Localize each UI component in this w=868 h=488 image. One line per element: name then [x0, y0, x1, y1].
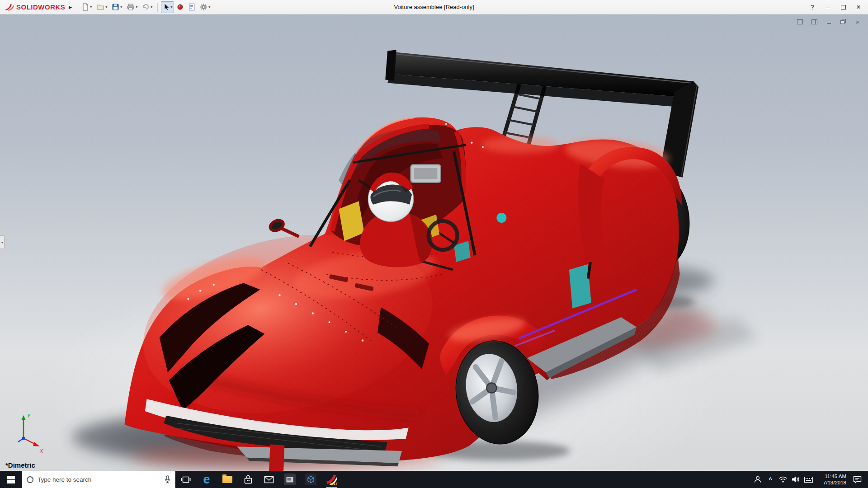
system-tray: ^ — [751, 471, 868, 488]
toolbar-separator — [77, 3, 77, 12]
doc-minimize-button[interactable] — [825, 18, 833, 25]
cortana-icon — [27, 476, 33, 483]
search-input[interactable] — [38, 476, 160, 483]
x-axis-label: X — [39, 448, 43, 454]
view-orientation-label: *Dimetric — [5, 461, 35, 469]
side-mirror — [280, 228, 299, 237]
open-folder-icon — [96, 3, 104, 11]
windows-taskbar: e — [0, 471, 868, 488]
select-tool-button[interactable]: ▾ — [161, 1, 174, 13]
solidworks-window: SOLIDWORKS ▶ ▾ ▾ — [0, 0, 868, 488]
brand-name: SOLIDWORKS — [16, 3, 65, 11]
solidworks-app-icon: 2017 — [326, 474, 338, 486]
start-button[interactable] — [0, 471, 22, 488]
toolbar-separator — [157, 3, 158, 12]
doc-restore-button[interactable] — [839, 18, 847, 25]
taskbar-app-edge[interactable]: e — [196, 471, 217, 488]
volume-button[interactable] — [789, 471, 802, 488]
report-sheet-icon — [188, 3, 195, 11]
print-button[interactable]: ▾ — [125, 1, 139, 13]
clock-time: 11:45 AM — [825, 473, 846, 479]
save-button[interactable]: ▾ — [110, 1, 124, 13]
taskbar-clock[interactable]: 11:45 AM 7/13/2018 — [815, 471, 848, 488]
dropdown-caret[interactable]: ▾ — [105, 5, 107, 9]
graphics-viewport[interactable]: × ◄ Y X *Dimetric — [0, 14, 868, 471]
microphone-icon[interactable] — [165, 475, 170, 483]
dropdown-caret[interactable]: ▾ — [208, 5, 210, 9]
help-button[interactable]: ? — [805, 0, 820, 14]
taskbar-app-cad-viewer[interactable] — [300, 471, 321, 488]
undo-button[interactable]: ▾ — [140, 1, 154, 13]
window-title: Voiture assemblee [Read-only] — [394, 4, 474, 10]
new-document-icon — [81, 3, 89, 11]
taskbar-app-file-explorer[interactable] — [217, 471, 238, 488]
dropdown-caret[interactable]: ▾ — [151, 5, 152, 9]
dropdown-caret[interactable]: ▾ — [170, 5, 172, 9]
orientation-triad: Y X — [8, 410, 47, 455]
clock-date: 7/13/2018 — [823, 479, 846, 486]
open-button[interactable]: ▾ — [94, 1, 109, 13]
taskbar-search[interactable] — [22, 471, 175, 488]
keyboard-icon — [804, 477, 813, 483]
touch-keyboard-button[interactable] — [802, 471, 815, 488]
undo-icon — [142, 3, 150, 11]
taskbar-app-mail[interactable] — [259, 471, 279, 488]
solidworks-logo: SOLIDWORKS — [2, 3, 68, 11]
z-axis-dot — [22, 437, 25, 440]
maximize-button[interactable] — [835, 0, 851, 14]
cad-cube-icon — [305, 474, 316, 485]
main-toolbar: ▾ ▾ ▾ — [80, 1, 212, 13]
task-view-icon — [181, 476, 191, 483]
car-3d-model[interactable] — [0, 14, 868, 471]
file-explorer-icon — [222, 476, 232, 483]
dropdown-caret[interactable]: ▾ — [90, 5, 92, 9]
panel-collapse-tab[interactable]: ◄ — [0, 235, 5, 249]
minimize-button[interactable]: – — [820, 0, 835, 14]
report-sheet-button[interactable] — [186, 1, 197, 13]
panel-collapse-icon: ◄ — [0, 241, 4, 244]
red-sphere-icon — [177, 4, 184, 10]
document-window-controls: × — [796, 18, 862, 25]
action-center-button[interactable] — [848, 471, 866, 488]
snip-app-icon — [284, 474, 296, 485]
people-button[interactable] — [751, 471, 764, 488]
dropdown-caret[interactable]: ▾ — [136, 5, 137, 9]
windows-logo-icon — [7, 476, 15, 483]
maximize-icon — [841, 5, 846, 9]
taskbar-app-solidworks[interactable]: 2017 — [321, 471, 342, 488]
dropdown-caret[interactable]: ▾ — [120, 5, 122, 9]
wifi-icon — [779, 476, 787, 483]
new-document-button[interactable]: ▾ — [80, 1, 94, 13]
people-icon — [754, 475, 762, 483]
y-axis-arrow — [21, 415, 26, 420]
select-arrow-icon — [163, 3, 170, 11]
doc-close-button[interactable]: × — [854, 18, 862, 25]
red-tool-button[interactable] — [175, 1, 185, 13]
save-icon — [112, 3, 119, 11]
close-button[interactable]: × — [851, 0, 866, 14]
x-axis-arrow — [33, 442, 40, 446]
taskbar-app-snip[interactable] — [279, 471, 300, 488]
store-bag-icon — [243, 474, 253, 484]
network-button[interactable] — [777, 471, 789, 488]
task-view-button[interactable] — [175, 471, 196, 488]
edge-icon: e — [203, 474, 210, 486]
gear-icon — [200, 3, 208, 11]
show-hidden-icons-button[interactable]: ^ — [764, 471, 777, 488]
chevron-up-icon: ^ — [769, 476, 772, 483]
print-icon — [127, 3, 135, 11]
doc-pane-right-button[interactable] — [810, 18, 818, 25]
doc-pane-left-button[interactable] — [796, 18, 804, 25]
taskbar-app-store[interactable] — [238, 471, 259, 488]
solidworks-logo-icon — [5, 3, 14, 11]
window-controls: ? – × — [805, 0, 866, 14]
toolbar-flyout-arrow[interactable]: ▶ — [69, 5, 72, 9]
y-axis-label: Y — [27, 413, 31, 418]
mail-icon — [264, 476, 274, 483]
speaker-icon — [792, 476, 800, 483]
settings-button[interactable]: ▾ — [198, 1, 212, 13]
solidworks-version-badge: 2017 — [330, 482, 338, 486]
notification-icon — [853, 476, 862, 483]
titlebar: SOLIDWORKS ▶ ▾ ▾ — [0, 0, 868, 14]
